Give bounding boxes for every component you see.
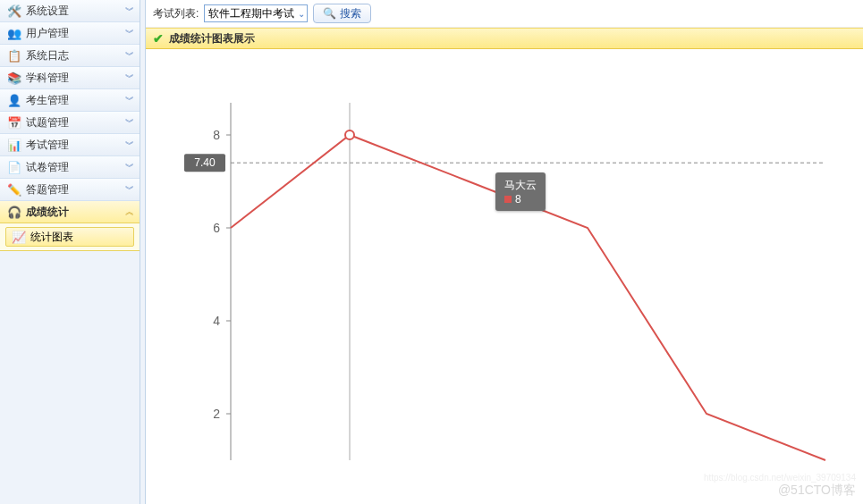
chevron-down-icon: ︾ [125, 4, 134, 17]
watermark: @51CTO博客 [778, 483, 856, 499]
check-icon: ✔ [153, 31, 164, 46]
headphones-icon: 🎧 [7, 205, 21, 219]
svg-text:2: 2 [213, 407, 220, 421]
calendar-icon: 📅 [7, 115, 21, 130]
sidebar-item-system-settings[interactable]: 🛠️系统设置 ︾ [0, 0, 140, 22]
sidebar-item-label: 学科管理 [26, 71, 69, 86]
person-icon: 👤 [7, 93, 21, 107]
svg-text:6: 6 [213, 221, 220, 235]
log-icon: 📋 [7, 48, 21, 63]
search-button[interactable]: 🔍 搜索 [313, 4, 371, 23]
sidebar: 🛠️系统设置 ︾ 👥用户管理 ︾ 📋系统日志 ︾ 📚学科管理 ︾ 👤考生管理 ︾… [0, 0, 140, 504]
svg-text:4: 4 [213, 314, 220, 328]
svg-text:8: 8 [213, 128, 220, 142]
sidebar-item-paper-mgmt[interactable]: 📄试卷管理 ︾ [0, 156, 140, 179]
tooltip-name: 马大云 [504, 178, 537, 193]
sidebar-item-answer-mgmt[interactable]: ✏️答题管理 ︾ [0, 179, 140, 201]
search-button-label: 搜索 [340, 6, 361, 21]
tooltip-color-dot [504, 196, 512, 203]
chart-tooltip: 马大云 8 [495, 172, 546, 211]
sidebar-submenu: 📈 统计图表 [0, 223, 140, 251]
sidebar-item-exam-mgmt[interactable]: 📊考试管理 ︾ [0, 134, 140, 156]
paper-icon: 📄 [7, 160, 21, 174]
chevron-up-icon: ︽ [125, 206, 134, 218]
svg-point-13 [345, 130, 354, 139]
exam-list-label: 考试列表: [153, 6, 199, 21]
sidebar-item-label: 系统日志 [26, 48, 69, 63]
svg-text:7.40: 7.40 [194, 156, 216, 169]
sidebar-item-question-mgmt[interactable]: 📅试题管理 ︾ [0, 112, 140, 134]
chevron-down-icon: ︾ [125, 139, 134, 151]
magnifier-icon: 🔍 [323, 7, 336, 20]
sidebar-item-system-log[interactable]: 📋系统日志 ︾ [0, 45, 140, 67]
main-content: 考试列表: 软件工程期中考试 ⌄ 🔍 搜索 ✔ 成绩统计图表展示 24687.4… [146, 0, 863, 504]
chart-icon: 📊 [7, 138, 21, 152]
tools-icon: 🛠️ [7, 4, 21, 18]
chevron-down-icon: ⌄ [298, 9, 305, 19]
book-icon: 📚 [7, 71, 21, 85]
chart-area: 24687.40 马大云 8 https://blog.csdn.net/wei… [146, 49, 863, 504]
sidebar-item-user-mgmt[interactable]: 👥用户管理 ︾ [0, 22, 140, 45]
tooltip-value: 8 [515, 193, 521, 206]
sidebar-item-score-stats[interactable]: 🎧成绩统计 ︽ [0, 201, 140, 223]
watermark-url: https://blog.csdn.net/weixin_39709134 [704, 473, 856, 483]
chevron-down-icon: ︾ [125, 116, 134, 129]
chevron-down-icon: ︾ [125, 27, 134, 39]
chevron-down-icon: ︾ [125, 49, 134, 62]
users-icon: 👥 [7, 26, 21, 40]
sidebar-item-label: 试卷管理 [26, 160, 69, 175]
sidebar-item-label: 成绩统计 [26, 205, 69, 220]
sidebar-item-subject-mgmt[interactable]: 📚学科管理 ︾ [0, 67, 140, 89]
score-line-chart: 24687.40 [146, 49, 861, 496]
sidebar-item-label: 系统设置 [26, 4, 69, 19]
topbar: 考试列表: 软件工程期中考试 ⌄ 🔍 搜索 [146, 0, 863, 28]
panel-title: 成绩统计图表展示 [169, 31, 255, 46]
sidebar-sub-item-chart[interactable]: 📈 统计图表 [5, 227, 134, 247]
sidebar-item-label: 考生管理 [26, 93, 69, 108]
exam-dropdown[interactable]: 软件工程期中考试 ⌄ [204, 4, 308, 22]
pencil-icon: ✏️ [7, 182, 21, 197]
chevron-down-icon: ︾ [125, 71, 134, 84]
chevron-down-icon: ︾ [125, 183, 134, 196]
chevron-down-icon: ︾ [125, 161, 134, 173]
sidebar-item-label: 用户管理 [26, 26, 69, 41]
sidebar-item-label: 答题管理 [26, 182, 69, 197]
sidebar-item-examinee-mgmt[interactable]: 👤考生管理 ︾ [0, 89, 140, 112]
sidebar-item-label: 试题管理 [26, 115, 69, 130]
dropdown-value: 软件工程期中考试 [208, 6, 294, 21]
sidebar-item-label: 考试管理 [26, 138, 69, 153]
sidebar-sub-label: 统计图表 [30, 230, 73, 245]
line-chart-icon: 📈 [12, 230, 26, 244]
panel-header: ✔ 成绩统计图表展示 [146, 28, 863, 49]
chevron-down-icon: ︾ [125, 94, 134, 106]
